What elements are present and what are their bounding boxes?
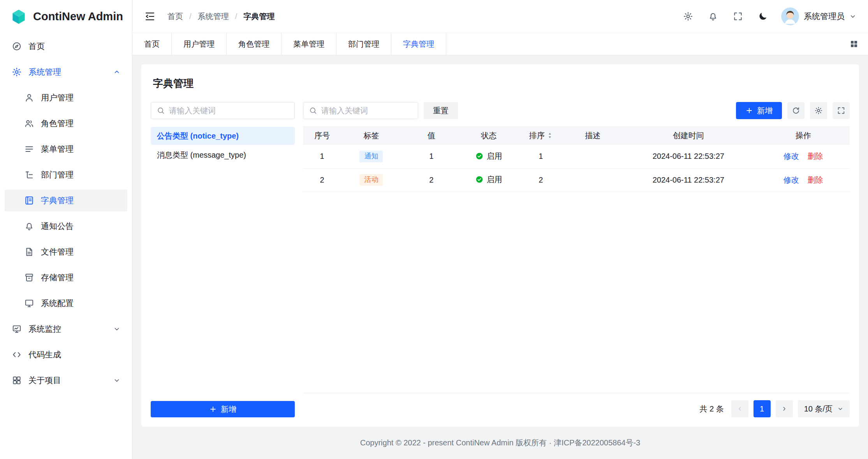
edit-link[interactable]: 修改 xyxy=(783,176,799,184)
sidebar-item-label: 系统管理 xyxy=(28,67,61,77)
cell-actions: 修改删除 xyxy=(757,145,850,168)
footer-copyright: Copyright © 2022 - present ContiNew Admi… xyxy=(141,427,859,459)
cell-value: 1 xyxy=(401,145,461,168)
breadcrumb: 首页 / 系统管理 / 字典管理 xyxy=(167,11,275,22)
reset-button[interactable]: 重置 xyxy=(424,102,458,119)
app-root: ContiNew Admin 首页 系统管理 xyxy=(0,0,868,459)
sidebar-item-label: 通知公告 xyxy=(41,221,74,232)
user-name: 系统管理员 xyxy=(804,11,845,22)
page-1-button[interactable]: 1 xyxy=(754,400,771,417)
column-settings-icon-button[interactable] xyxy=(810,102,827,119)
sidebar-item-storage[interactable]: 存储管理 xyxy=(5,267,127,288)
sidebar-item-label: 系统监控 xyxy=(28,324,61,334)
sidebar: ContiNew Admin 首页 系统管理 xyxy=(0,0,132,459)
item-search xyxy=(303,102,418,119)
column-header-created: 创建时间 xyxy=(620,126,757,145)
sidebar-item-label: 文件管理 xyxy=(41,246,74,257)
page-size-select[interactable]: 10 条/页 xyxy=(798,400,850,417)
user-menu[interactable]: 系统管理员 xyxy=(781,7,856,25)
item-search-input[interactable] xyxy=(321,106,412,115)
tab-users[interactable]: 用户管理 xyxy=(172,33,227,55)
sidebar-item-departments[interactable]: 部门管理 xyxy=(5,164,127,186)
book-icon xyxy=(24,195,34,206)
search-icon xyxy=(157,106,165,115)
cell-no: 1 xyxy=(303,145,341,168)
dict-item-notice-type[interactable]: 公告类型 (notice_type) xyxy=(151,127,295,145)
cell-status: 启用 xyxy=(461,145,516,168)
chevron-down-icon xyxy=(113,377,120,384)
delete-link[interactable]: 删除 xyxy=(808,152,823,160)
dict-item-message-type[interactable]: 消息类型 (message_type) xyxy=(151,146,295,164)
sidebar-item-label: 存储管理 xyxy=(41,272,74,283)
sidebar-item-label: 角色管理 xyxy=(41,118,74,129)
tab-actions-grid-icon[interactable] xyxy=(840,33,868,55)
table-row: 2 活动 2 启用 xyxy=(303,168,850,192)
sidebar-collapse-button[interactable] xyxy=(143,9,157,24)
sidebar-item-notices[interactable]: 通知公告 xyxy=(5,215,127,237)
archive-icon xyxy=(24,273,34,283)
add-dict-type-button[interactable]: 新增 xyxy=(151,401,295,417)
breadcrumb-separator: / xyxy=(235,12,238,21)
users-icon xyxy=(24,118,34,128)
gear-icon xyxy=(12,67,22,77)
tab-home[interactable]: 首页 xyxy=(132,33,172,55)
top-header: 首页 / 系统管理 / 字典管理 xyxy=(132,0,868,33)
dict-items-table: 序号 标签 值 状态 排序 xyxy=(303,126,850,393)
cell-tag: 活动 xyxy=(341,168,401,192)
cell-sort: 1 xyxy=(516,145,565,168)
main-area: 首页 / 系统管理 / 字典管理 xyxy=(132,0,868,459)
sidebar-item-monitor[interactable]: 系统监控 xyxy=(5,318,127,340)
fullscreen-icon[interactable] xyxy=(731,10,745,23)
tab-roles[interactable]: 角色管理 xyxy=(227,33,282,55)
delete-link[interactable]: 删除 xyxy=(808,176,823,184)
table-fullscreen-icon-button[interactable] xyxy=(833,102,850,119)
column-header-no: 序号 xyxy=(303,126,341,145)
sidebar-item-config[interactable]: 系统配置 xyxy=(5,292,127,314)
plus-icon xyxy=(745,107,753,114)
tab-dicts[interactable]: 字典管理 xyxy=(391,33,446,55)
sidebar-item-about[interactable]: 关于项目 xyxy=(5,369,127,391)
sidebar-submenu-system: 用户管理 角色管理 菜单管理 xyxy=(5,87,127,314)
settings-icon[interactable] xyxy=(681,10,695,23)
refresh-icon-button[interactable] xyxy=(787,102,805,119)
cell-created: 2024-06-11 22:53:27 xyxy=(620,168,757,192)
breadcrumb-system[interactable]: 系统管理 xyxy=(198,11,229,22)
tree-icon xyxy=(24,170,34,180)
sort-carets-icon[interactable] xyxy=(547,132,553,139)
dict-search-input[interactable] xyxy=(169,106,289,115)
app-logo[interactable]: ContiNew Admin xyxy=(0,0,132,33)
sidebar-item-system[interactable]: 系统管理 xyxy=(5,61,127,83)
column-header-sort: 排序 xyxy=(516,126,565,145)
logo-icon xyxy=(10,8,27,25)
sidebar-item-label: 菜单管理 xyxy=(41,144,74,155)
cell-desc xyxy=(565,168,620,192)
next-page-button[interactable] xyxy=(776,400,793,417)
monitor-chart-icon xyxy=(12,324,22,334)
table-header-row: 序号 标签 值 状态 排序 xyxy=(303,126,850,145)
cell-tag: 通知 xyxy=(341,145,401,168)
sidebar-item-codegen[interactable]: 代码生成 xyxy=(5,344,127,366)
prev-page-button[interactable] xyxy=(731,400,748,417)
breadcrumb-home[interactable]: 首页 xyxy=(167,11,183,22)
edit-link[interactable]: 修改 xyxy=(783,152,799,160)
grid-icon xyxy=(12,375,22,385)
breadcrumb-current: 字典管理 xyxy=(243,11,275,22)
column-header-sort-label: 排序 xyxy=(529,130,545,141)
sidebar-item-dicts[interactable]: 字典管理 xyxy=(5,190,127,211)
tab-bar: 首页 用户管理 角色管理 菜单管理 部门管理 字典管理 xyxy=(132,33,868,55)
dark-mode-icon[interactable] xyxy=(756,10,769,23)
sidebar-item-users[interactable]: 用户管理 xyxy=(5,87,127,109)
column-header-value: 值 xyxy=(401,126,461,145)
tab-menus[interactable]: 菜单管理 xyxy=(282,33,336,55)
column-header-status: 状态 xyxy=(461,126,516,145)
sidebar-item-menus[interactable]: 菜单管理 xyxy=(5,138,127,160)
add-item-button[interactable]: 新增 xyxy=(736,102,782,119)
bell-icon[interactable] xyxy=(706,10,720,23)
tab-departments[interactable]: 部门管理 xyxy=(336,33,391,55)
cell-value: 2 xyxy=(401,168,461,192)
sidebar-item-home[interactable]: 首页 xyxy=(5,35,127,57)
breadcrumb-separator: / xyxy=(189,12,192,21)
sidebar-item-roles[interactable]: 角色管理 xyxy=(5,113,127,134)
avatar xyxy=(781,7,799,25)
sidebar-item-files[interactable]: 文件管理 xyxy=(5,241,127,263)
